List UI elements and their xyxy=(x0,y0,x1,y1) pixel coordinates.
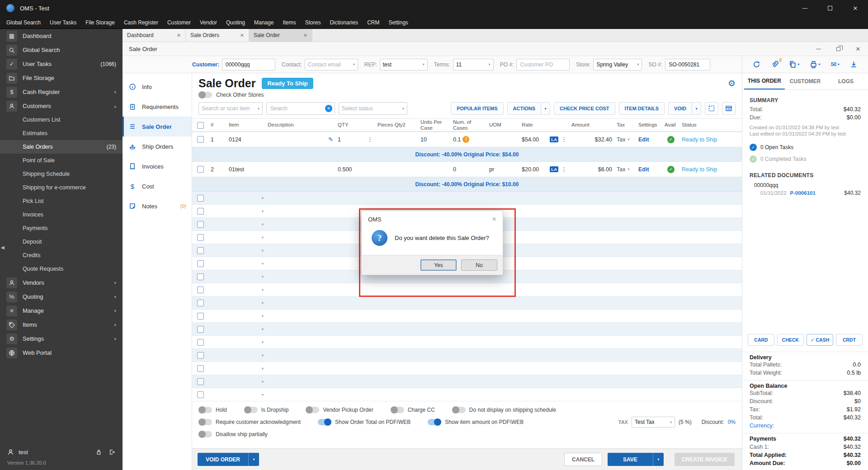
inner-restore-button[interactable] xyxy=(828,42,848,56)
edit-link[interactable]: Edit xyxy=(638,136,649,143)
menu-items[interactable]: Items xyxy=(278,16,300,28)
card-button[interactable]: CARD xyxy=(748,334,774,346)
row-checkbox[interactable] xyxy=(197,352,204,359)
empty-table-row[interactable]: ▾ xyxy=(192,323,742,336)
void-order-dropdown-arrow[interactable]: ▾ xyxy=(248,453,259,466)
export-icon[interactable] xyxy=(850,61,858,68)
kebab-icon[interactable]: ⋮ xyxy=(561,166,567,173)
item-select-chevron-icon[interactable]: ▾ xyxy=(226,353,265,357)
sidebar-item-cash-register[interactable]: $ Cash Register ▾ xyxy=(0,85,123,99)
row-checkbox[interactable] xyxy=(197,260,204,267)
empty-table-row[interactable]: ▾ xyxy=(192,336,742,349)
item-select-chevron-icon[interactable]: ▾ xyxy=(226,367,265,371)
row-checkbox[interactable] xyxy=(197,391,204,398)
sidebar-sub-point-of-sale[interactable]: Point of Sale xyxy=(0,154,123,167)
tab-close-icon[interactable]: ✕ xyxy=(303,33,307,38)
status-filter-select[interactable]: Select status ▾ xyxy=(339,102,407,115)
sidebar-sub-credits[interactable]: Credits xyxy=(0,249,123,262)
sidebar-item-global-search[interactable]: Global Search xyxy=(0,43,123,57)
menu-file-storage[interactable]: File Storage xyxy=(81,16,119,28)
sidebar-item-file-storage[interactable]: File Storage xyxy=(0,71,123,85)
void-order-button[interactable]: VOID ORDER xyxy=(198,453,248,466)
nav-item-invoices[interactable]: Invoices xyxy=(123,156,192,176)
show-item-amount-toggle[interactable] xyxy=(428,419,441,425)
empty-table-row[interactable]: ▾ xyxy=(192,310,742,323)
sidebar-sub-deposit[interactable]: Deposit xyxy=(0,235,123,249)
menu-vendor[interactable]: Vendor xyxy=(195,16,222,28)
menu-dictionaries[interactable]: Dictionaries xyxy=(325,16,363,28)
clear-search-icon[interactable]: ✕ xyxy=(325,105,332,112)
menu-quoting[interactable]: Quoting xyxy=(222,16,250,28)
require-ack-toggle[interactable] xyxy=(198,419,212,425)
row-checkbox[interactable] xyxy=(197,300,204,306)
table-columns-icon[interactable] xyxy=(722,102,736,115)
attachment-icon[interactable]: 0 xyxy=(771,61,778,68)
empty-table-row[interactable]: ▾ xyxy=(192,296,742,310)
empty-table-row[interactable]: ▾ xyxy=(192,375,742,388)
tax-select[interactable]: Test Tax▾ xyxy=(632,417,675,428)
nav-item-cost[interactable]: $ Cost xyxy=(123,176,192,196)
empty-table-row[interactable]: ▾ xyxy=(192,192,742,205)
check-price-cost-button[interactable]: CHECK PRICE COST xyxy=(554,102,615,115)
row-checkbox[interactable] xyxy=(197,221,204,228)
item-select-chevron-icon[interactable]: ▾ xyxy=(226,301,265,305)
po-input[interactable] xyxy=(516,59,570,70)
sidebar-item-customers[interactable]: Customers ▴ xyxy=(0,99,123,113)
item-select-chevron-icon[interactable]: ▾ xyxy=(226,262,265,266)
menu-settings[interactable]: Settings xyxy=(384,16,412,28)
dialog-close-icon[interactable]: ✕ xyxy=(492,216,496,222)
row-checkbox[interactable] xyxy=(197,234,204,241)
row-checkbox[interactable] xyxy=(197,195,204,202)
tab-logs[interactable]: LOGS xyxy=(826,73,866,89)
item-details-button[interactable]: ITEM DETAILS xyxy=(619,102,665,115)
minimize-button[interactable] xyxy=(792,0,817,16)
menu-crm[interactable]: CRM xyxy=(363,16,384,28)
pencil-icon[interactable]: ✎ xyxy=(328,136,333,143)
row-checkbox[interactable] xyxy=(197,326,204,333)
sidebar-collapse-arrow[interactable]: ◀ xyxy=(1,245,5,250)
maximize-button[interactable] xyxy=(817,0,843,16)
gear-icon[interactable]: ⚙ xyxy=(728,78,736,89)
void-button[interactable]: VOID xyxy=(668,102,692,115)
table-row[interactable]: 1 0124 ✎ 1⋮ 10 0.1! $54.00LA⋮ $32.40 Tax… xyxy=(192,132,742,147)
item-select-chevron-icon[interactable]: ▾ xyxy=(226,209,265,213)
is-dropship-toggle[interactable] xyxy=(244,407,258,413)
sidebar-item-quoting[interactable]: % Quoting ▾ xyxy=(0,290,123,304)
kebab-icon[interactable]: ⋮ xyxy=(367,136,373,143)
tab-this-order[interactable]: THIS ORDER xyxy=(744,73,785,89)
completed-tasks-row[interactable]: ✓0 Completed Tasks xyxy=(742,153,868,165)
terms-select[interactable]: 11 ▾ xyxy=(453,59,494,70)
kebab-icon[interactable]: ⋮ xyxy=(561,136,567,143)
sidebar-sub-pick-list[interactable]: Pick List xyxy=(0,194,123,208)
sidebar-item-vendors[interactable]: Vendors ▾ xyxy=(0,276,123,290)
empty-table-row[interactable]: ▾ xyxy=(192,362,742,375)
sidebar-item-settings[interactable]: ⚙ Settings ▾ xyxy=(0,332,123,346)
tab-sale-orders[interactable]: Sale Orders ✕ xyxy=(186,29,249,42)
so-number-input[interactable] xyxy=(665,59,710,70)
save-dropdown-arrow[interactable]: ▾ xyxy=(653,453,664,466)
no-shipping-schedule-toggle[interactable] xyxy=(452,407,466,413)
menu-cash-register[interactable]: Cash Register xyxy=(119,16,163,28)
item-select-chevron-icon[interactable]: ▾ xyxy=(226,314,265,318)
menu-user-tasks[interactable]: User Tasks xyxy=(45,16,81,28)
cash-button[interactable]: ✓CASH xyxy=(807,334,833,346)
void-dropdown-arrow[interactable]: ▾ xyxy=(692,102,701,115)
sidebar-item-user-tasks[interactable]: ✓ User Tasks (1066) xyxy=(0,57,123,71)
tab-dashboard[interactable]: Dashboard ✕ xyxy=(123,29,186,42)
hold-toggle[interactable] xyxy=(198,407,212,413)
sidebar-sub-customers-list[interactable]: Customers List xyxy=(0,113,123,127)
item-select-chevron-icon[interactable]: ▾ xyxy=(226,196,265,200)
popular-items-button[interactable]: POPULAR ITEMS xyxy=(451,102,503,115)
print-icon[interactable]: ▾ xyxy=(810,61,820,68)
menu-stores[interactable]: Stores xyxy=(301,16,326,28)
sidebar-sub-payments[interactable]: Payments xyxy=(0,221,123,235)
create-invoice-button[interactable]: CREATE INVOICE xyxy=(675,453,735,466)
empty-table-row[interactable]: ▾ xyxy=(192,388,742,401)
row-checkbox[interactable] xyxy=(197,208,204,215)
discount-value[interactable]: 0% xyxy=(728,419,736,425)
row-checkbox[interactable] xyxy=(197,313,204,320)
nav-item-info[interactable]: Info xyxy=(123,77,192,97)
sidebar-sub-quote-requests[interactable]: Quote Requests xyxy=(0,262,123,276)
currency-link[interactable]: Currency: xyxy=(750,423,774,429)
check-button[interactable]: CHECK xyxy=(777,334,804,346)
